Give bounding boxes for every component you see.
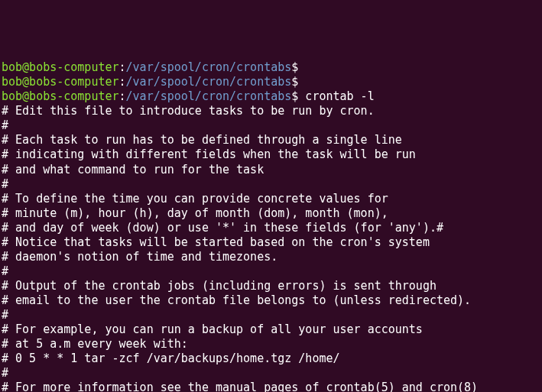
prompt-path: /var/spool/cron/crontabs	[126, 89, 292, 103]
prompt-dollar: $	[291, 60, 298, 74]
output-line: # minute (m), hour (h), day of month (do…	[2, 206, 540, 221]
output-line: #	[2, 308, 540, 322]
output-line: # Output of the crontab jobs (including …	[2, 279, 540, 293]
output-line: # and what command to run for the task	[2, 163, 540, 177]
prompt-line-2: bob@bobs-computer:/var/spool/cron/cronta…	[2, 75, 540, 89]
output-line: #	[2, 118, 540, 133]
prompt-user-host: bob@bobs-computer	[2, 89, 119, 103]
output-line: #	[2, 264, 540, 279]
output-line: # Edit this file to introduce tasks to b…	[2, 104, 540, 118]
prompt-colon: :	[119, 60, 126, 74]
output-line: #	[2, 366, 540, 381]
output-line: # Notice that tasks will be started base…	[2, 235, 540, 250]
prompt-line-3: bob@bobs-computer:/var/spool/cron/cronta…	[2, 89, 540, 104]
output-line: # For more information see the manual pa…	[2, 381, 540, 392]
prompt-path: /var/spool/cron/crontabs	[126, 75, 292, 89]
prompt-dollar: $	[291, 75, 298, 89]
output-line: # indicating with different fields when …	[2, 147, 540, 162]
prompt-colon: :	[119, 75, 126, 89]
output-line: # and day of week (dow) or use '*' in th…	[2, 221, 540, 235]
prompt-dollar: $	[291, 89, 298, 103]
prompt-line-1: bob@bobs-computer:/var/spool/cron/cronta…	[2, 60, 540, 75]
output-line: #	[2, 177, 540, 192]
prompt-user-host: bob@bobs-computer	[2, 75, 119, 89]
output-line: # 0 5 * * 1 tar -zcf /var/backups/home.t…	[2, 352, 540, 366]
output-line: # Each task to run has to be defined thr…	[2, 133, 540, 147]
prompt-user-host: bob@bobs-computer	[2, 60, 119, 74]
output-line: # To define the time you can provide con…	[2, 192, 540, 206]
terminal-window[interactable]: bob@bobs-computer:/var/spool/cron/cronta…	[2, 60, 540, 392]
prompt-path: /var/spool/cron/crontabs	[126, 60, 292, 74]
output-line: # daemon's notion of time and timezones.	[2, 250, 540, 264]
prompt-colon: :	[119, 89, 126, 103]
output-line: # For example, you can run a backup of a…	[2, 322, 540, 337]
command-input: crontab -l	[298, 89, 374, 103]
output-line: # email to the user the crontab file bel…	[2, 293, 540, 308]
output-line: # at 5 a.m every week with:	[2, 337, 540, 352]
